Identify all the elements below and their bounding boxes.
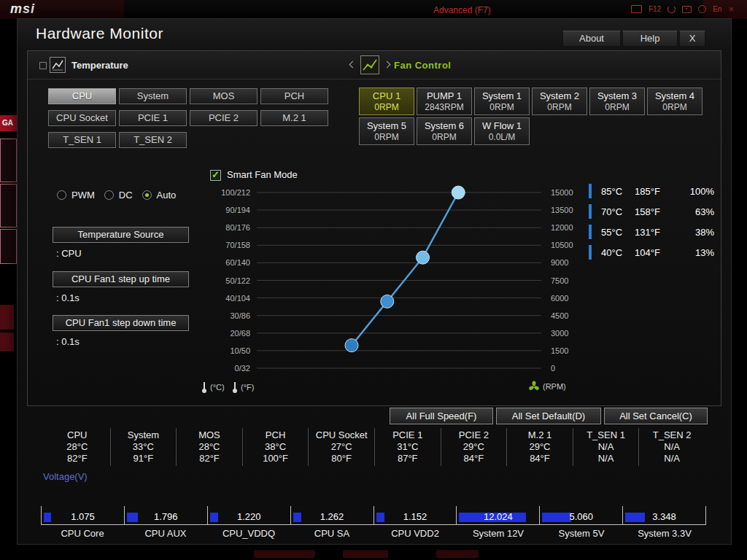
- window-title: Hardware Monitor: [36, 25, 163, 42]
- sensor-name: PCH: [243, 429, 309, 441]
- sensor-name: MOS: [177, 429, 242, 441]
- radio-dot-selected[interactable]: [142, 190, 152, 200]
- fan-curve-point[interactable]: [452, 186, 465, 199]
- language-globe-icon[interactable]: [698, 5, 706, 13]
- sensor-fahrenheit: 82°F: [44, 453, 110, 464]
- y-axis-temp-label: 100/212: [221, 188, 250, 197]
- background-panel-fragment: [0, 184, 17, 228]
- fan-button-system3[interactable]: System 3 0RPM: [589, 88, 645, 115]
- celsius-axis-unit: (°C): [201, 381, 225, 394]
- temp-button-m2[interactable]: M.2 1: [260, 110, 328, 126]
- fan-curve-svg: 100/2121500090/1941350080/1761200070/158…: [174, 181, 586, 432]
- fan-name: System 1: [475, 90, 529, 101]
- fan-control-section-title: Fan Control: [394, 60, 451, 71]
- radio-label: PWM: [71, 190, 95, 201]
- smart-fan-checkbox[interactable]: [210, 170, 221, 181]
- legend-duty: 13%: [677, 247, 714, 258]
- all-set-default-button[interactable]: All Set Default(D): [496, 408, 601, 424]
- fan-curve-point[interactable]: [381, 295, 394, 308]
- temp-button-system[interactable]: System: [119, 88, 187, 104]
- legend-celsius: 70°C: [601, 206, 635, 217]
- y-axis-rpm-label: 13500: [551, 206, 573, 214]
- background-graphic-fragment: [0, 305, 14, 330]
- temp-button-tsen1[interactable]: T_SEN 1: [48, 132, 116, 148]
- legend-duty: 38%: [677, 227, 714, 238]
- background-graphic-fragment: [0, 332, 14, 351]
- all-set-cancel-button[interactable]: All Set Cancel(C): [604, 408, 708, 424]
- help-button[interactable]: Help: [622, 31, 678, 47]
- voltage-value: 3.348: [623, 511, 705, 522]
- fan-button-system5[interactable]: System 5 0RPM: [359, 117, 414, 145]
- sensor-fahrenheit: 80°F: [309, 453, 374, 464]
- sensor-celsius: 31°C: [375, 441, 441, 453]
- fan-button-system4[interactable]: System 4 0RPM: [647, 88, 703, 115]
- y-axis-temp-label: 0/32: [235, 364, 250, 373]
- refresh-icon[interactable]: [667, 5, 676, 13]
- temperature-source-value: : CPU: [56, 248, 82, 259]
- sensor-celsius: 29°C: [441, 441, 507, 453]
- monitor-panel: Temperature Fan Control CPU System MOS P…: [27, 50, 721, 406]
- temp-button-pcie1[interactable]: PCIE 1: [119, 110, 187, 126]
- about-button[interactable]: About: [562, 31, 621, 47]
- y-axis-rpm-label: 7500: [551, 276, 568, 285]
- step-down-time-value: : 0.1s: [56, 336, 80, 347]
- thermometer-icon: [232, 381, 238, 394]
- radio-auto[interactable]: Auto: [142, 190, 177, 201]
- temp-button-tsen2[interactable]: T_SEN 2: [119, 132, 187, 148]
- fan-value: 0RPM: [648, 102, 702, 112]
- temperature-source-button[interactable]: Temperature Source: [53, 227, 189, 243]
- voltage-name: System 5V: [540, 528, 623, 539]
- screenshot-icon[interactable]: [682, 6, 692, 13]
- fan-button-system1[interactable]: System 1 0RPM: [474, 88, 530, 115]
- temp-button-cpu[interactable]: CPU: [48, 88, 116, 104]
- bios-mode-toggle[interactable]: Advanced (F7): [433, 5, 491, 15]
- temp-button-pcie2[interactable]: PCIE 2: [190, 110, 258, 126]
- voltage-cell: 5.060: [539, 506, 622, 524]
- fan-button-wflow1[interactable]: W Flow 1 0.0L/M: [474, 117, 530, 145]
- print-screen-icon[interactable]: [631, 5, 642, 13]
- language-indicator[interactable]: En: [713, 5, 721, 13]
- close-button[interactable]: X: [679, 31, 705, 47]
- rpm-unit-label: (RPM): [543, 382, 566, 391]
- fan-name: PUMP 1: [417, 90, 471, 101]
- fan-button-system2[interactable]: System 2 0RPM: [532, 88, 587, 115]
- fan-curve-point[interactable]: [345, 339, 358, 352]
- window-handle-icon: [39, 62, 47, 69]
- radio-dot[interactable]: [104, 190, 114, 200]
- radio-dc[interactable]: DC: [104, 190, 133, 201]
- voltage-cell: 1.262: [290, 506, 374, 524]
- y-axis-rpm-label: 10500: [551, 241, 573, 249]
- sensor-readout: System 33°C 91°F: [110, 428, 177, 466]
- sensor-celsius: N/A: [639, 441, 705, 453]
- fan-icon: [528, 381, 540, 392]
- sensor-celsius: 38°C: [243, 441, 309, 453]
- sensor-readout: M.2 1 29°C 84°F: [506, 428, 573, 466]
- all-full-speed-button[interactable]: All Full Speed(F): [390, 408, 493, 424]
- sensor-name: T_SEN 1: [573, 429, 639, 441]
- legend-celsius: 85°C: [601, 186, 635, 197]
- step-up-time-button[interactable]: CPU Fan1 step up time: [53, 271, 189, 287]
- y-axis-temp-label: 20/68: [230, 329, 250, 338]
- voltage-name: CPU_VDDQ: [207, 528, 290, 539]
- fahrenheit-unit-label: (°F): [241, 383, 254, 392]
- fan-button-system6[interactable]: System 6 0RPM: [417, 117, 472, 145]
- radio-dot[interactable]: [57, 190, 66, 200]
- temp-button-mos[interactable]: MOS: [190, 88, 258, 104]
- step-down-time-button[interactable]: CPU Fan1 step down time: [53, 315, 189, 331]
- temp-button-pch[interactable]: PCH: [260, 88, 328, 104]
- voltage-value: 1.262: [291, 511, 374, 522]
- fan-name: System 6: [417, 120, 471, 131]
- voltage-name-row: CPU Core CPU AUX CPU_VDDQ CPU SA CPU VDD…: [41, 528, 706, 539]
- bios-top-bar: msi Advanced (F7) F12 En ×: [0, 0, 747, 19]
- fan-curve-chart: 100/2121500090/1941350080/1761200070/158…: [174, 181, 586, 432]
- radio-pwm[interactable]: PWM: [57, 190, 95, 201]
- y-axis-temp-label: 10/50: [230, 346, 250, 355]
- fan-button-cpu1[interactable]: CPU 1 0RPM: [359, 88, 414, 115]
- fan-button-pump1[interactable]: PUMP 1 2843RPM: [417, 88, 472, 115]
- voltage-value: 1.796: [125, 511, 207, 522]
- sensor-celsius: 29°C: [507, 441, 573, 453]
- temp-button-cpu-socket[interactable]: CPU Socket: [48, 110, 116, 126]
- sensor-readout: PCIE 2 29°C 84°F: [441, 428, 507, 466]
- legend-row: 85°C 185°F 100%: [589, 181, 714, 201]
- fan-curve-point[interactable]: [417, 251, 430, 264]
